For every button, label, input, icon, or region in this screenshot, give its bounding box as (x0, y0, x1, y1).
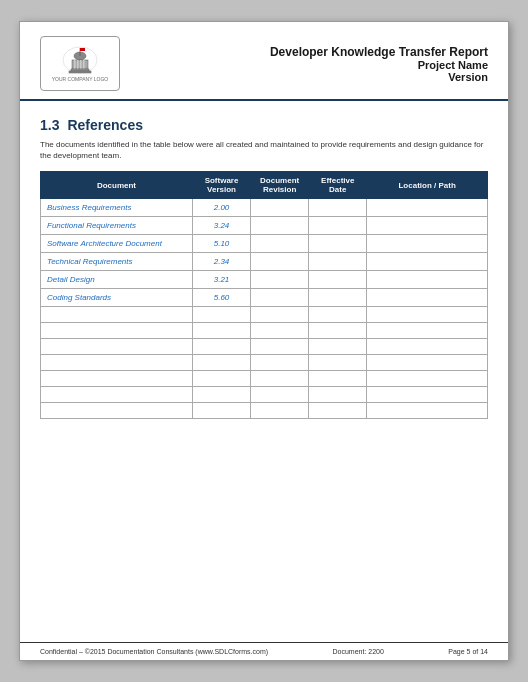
empty-cell (251, 355, 309, 371)
logo-icon (62, 46, 98, 74)
col-location-path: Location / Path (367, 172, 488, 199)
empty-cell (309, 371, 367, 387)
location-path-cell (367, 289, 488, 307)
empty-cell (309, 403, 367, 419)
svg-rect-3 (74, 60, 76, 69)
logo-area: YOUR COMPANY LOGO (40, 36, 120, 91)
svg-rect-6 (83, 60, 85, 69)
logo-text: YOUR COMPANY LOGO (52, 76, 109, 82)
document-revision-cell (251, 235, 309, 253)
col-document-revision: DocumentRevision (251, 172, 309, 199)
effective-date-cell (309, 289, 367, 307)
doc-name-cell: Coding Standards (41, 289, 193, 307)
document-revision-cell (251, 289, 309, 307)
empty-cell (309, 339, 367, 355)
software-version-cell: 3.21 (192, 271, 250, 289)
empty-cell (309, 307, 367, 323)
empty-cell (41, 387, 193, 403)
document-revision-cell (251, 253, 309, 271)
footer: Confidential – ©2015 Documentation Consu… (20, 642, 508, 660)
table-row (41, 323, 488, 339)
empty-cell (367, 307, 488, 323)
table-row: Technical Requirements2.34 (41, 253, 488, 271)
table-row (41, 307, 488, 323)
doc-name-cell: Software Architecture Document (41, 235, 193, 253)
col-software-version: SoftwareVersion (192, 172, 250, 199)
empty-cell (192, 339, 250, 355)
document-revision-cell (251, 217, 309, 235)
document-page: YOUR COMPANY LOGO Developer Knowledge Tr… (19, 21, 509, 661)
software-version-cell: 5.10 (192, 235, 250, 253)
empty-cell (251, 323, 309, 339)
empty-cell (192, 355, 250, 371)
doc-name-cell: Functional Requirements (41, 217, 193, 235)
svg-rect-4 (77, 60, 79, 69)
col-effective-date: EffectiveDate (309, 172, 367, 199)
empty-cell (367, 371, 488, 387)
table-row: Functional Requirements3.24 (41, 217, 488, 235)
empty-cell (41, 355, 193, 371)
location-path-cell (367, 253, 488, 271)
footer-confidential: Confidential – ©2015 Documentation Consu… (40, 648, 268, 655)
empty-cell (41, 371, 193, 387)
content-area: 1.3 References The documents identified … (20, 101, 508, 642)
empty-cell (41, 307, 193, 323)
empty-cell (367, 403, 488, 419)
header-title: Developer Knowledge Transfer Report Proj… (120, 45, 488, 83)
empty-cell (192, 371, 250, 387)
location-path-cell (367, 217, 488, 235)
table-row: Coding Standards5.60 (41, 289, 488, 307)
software-version-cell: 5.60 (192, 289, 250, 307)
section-number: 1.3 (40, 117, 59, 133)
empty-cell (251, 403, 309, 419)
project-name: Project Name (120, 59, 488, 71)
empty-cell (309, 323, 367, 339)
svg-rect-10 (80, 48, 85, 51)
version-label: Version (120, 71, 488, 83)
references-table: Document SoftwareVersion DocumentRevisio… (40, 171, 488, 419)
empty-cell (251, 387, 309, 403)
empty-cell (309, 355, 367, 371)
software-version-cell: 3.24 (192, 217, 250, 235)
effective-date-cell (309, 217, 367, 235)
svg-rect-8 (69, 71, 91, 73)
empty-cell (367, 387, 488, 403)
document-revision-cell (251, 271, 309, 289)
table-header-row: Document SoftwareVersion DocumentRevisio… (41, 172, 488, 199)
table-row (41, 371, 488, 387)
effective-date-cell (309, 235, 367, 253)
table-row (41, 339, 488, 355)
effective-date-cell (309, 271, 367, 289)
empty-cell (251, 371, 309, 387)
svg-rect-7 (71, 69, 89, 71)
document-revision-cell (251, 199, 309, 217)
empty-cell (251, 339, 309, 355)
footer-document: Document: 2200 (333, 648, 384, 655)
table-row (41, 355, 488, 371)
effective-date-cell (309, 199, 367, 217)
section-heading: 1.3 References (40, 117, 488, 133)
section-title: References (67, 117, 143, 133)
location-path-cell (367, 199, 488, 217)
empty-cell (192, 387, 250, 403)
table-row: Business Requirements2.00 (41, 199, 488, 217)
empty-cell (367, 339, 488, 355)
table-row: Detail Design3.21 (41, 271, 488, 289)
empty-cell (309, 387, 367, 403)
empty-cell (192, 323, 250, 339)
doc-name-cell: Detail Design (41, 271, 193, 289)
svg-rect-5 (80, 60, 82, 69)
doc-name-cell: Business Requirements (41, 199, 193, 217)
empty-cell (367, 323, 488, 339)
table-row (41, 387, 488, 403)
footer-page: Page 5 of 14 (448, 648, 488, 655)
software-version-cell: 2.34 (192, 253, 250, 271)
empty-cell (41, 339, 193, 355)
effective-date-cell (309, 253, 367, 271)
section-description: The documents identified in the table be… (40, 139, 488, 161)
empty-cell (41, 323, 193, 339)
report-title: Developer Knowledge Transfer Report (120, 45, 488, 59)
empty-cell (192, 403, 250, 419)
empty-cell (192, 307, 250, 323)
empty-cell (251, 307, 309, 323)
